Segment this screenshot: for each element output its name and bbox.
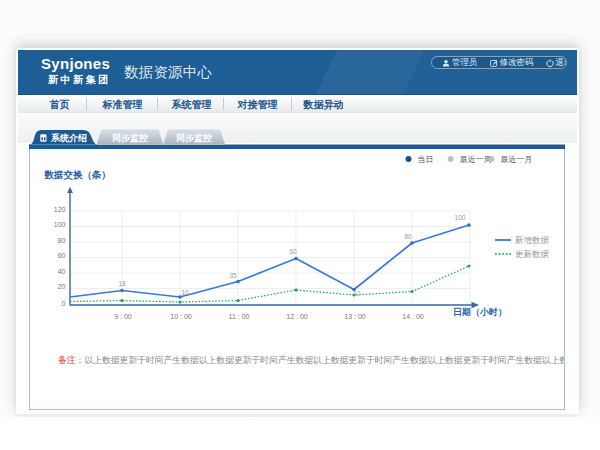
svg-text:14 : 00: 14 : 00	[402, 313, 424, 320]
svg-text:9 : 00: 9 : 00	[114, 313, 132, 320]
svg-text:10: 10	[353, 289, 361, 296]
svg-text:11 : 00: 11 : 00	[229, 313, 250, 320]
svg-text:10: 10	[181, 288, 189, 295]
svg-text:60: 60	[289, 247, 297, 254]
svg-text:20: 20	[58, 283, 66, 290]
svg-text:最近一周: 最近一周	[460, 155, 492, 164]
svg-text:80: 80	[404, 232, 412, 239]
svg-text:13 : 00: 13 : 00	[344, 313, 366, 320]
svg-text:60: 60	[58, 252, 66, 259]
svg-text:日期（小时）: 日期（小时）	[453, 306, 507, 316]
svg-text:120: 120	[54, 205, 66, 212]
svg-text:12 : 00: 12 : 00	[286, 313, 308, 320]
svg-text:10 : 00: 10 : 00	[170, 313, 192, 320]
svg-text:80: 80	[58, 236, 66, 243]
svg-text:数据交换（条）: 数据交换（条）	[44, 168, 112, 180]
svg-text:35: 35	[229, 272, 237, 279]
svg-text:同步监控: 同步监控	[112, 133, 148, 143]
svg-text:同步监控: 同步监控	[176, 133, 212, 143]
svg-text:当日: 当日	[418, 155, 434, 164]
svg-text:新增数据: 新增数据	[515, 235, 550, 245]
svg-text:100: 100	[54, 221, 66, 228]
svg-text:100: 100	[455, 214, 466, 221]
svg-text:更新数据: 更新数据	[515, 248, 550, 258]
svg-text:18: 18	[118, 280, 126, 287]
svg-text:系统介绍: 系统介绍	[50, 133, 87, 143]
svg-text:40: 40	[58, 267, 66, 274]
svg-text:最近一月: 最近一月	[501, 155, 533, 164]
svg-text:0: 0	[62, 299, 66, 306]
